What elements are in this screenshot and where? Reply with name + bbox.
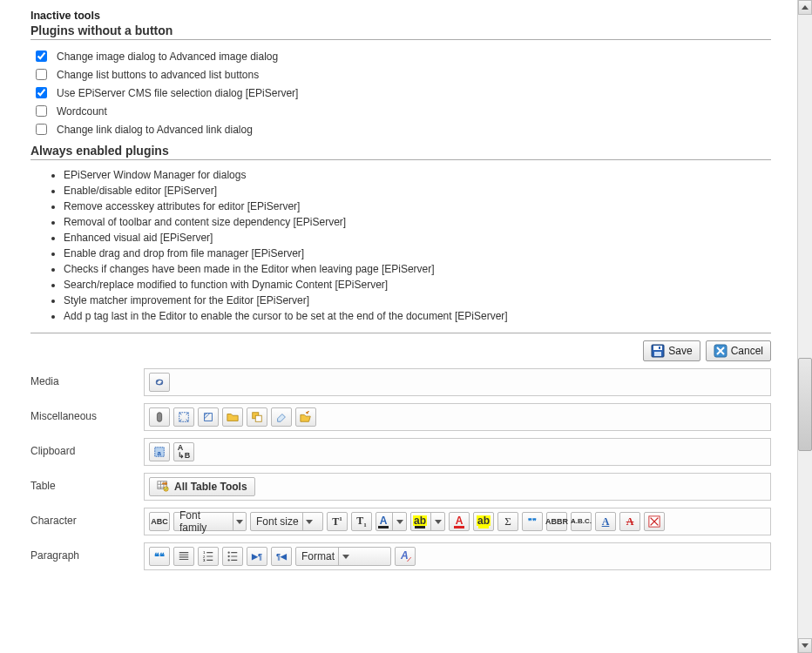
plugin-checkbox[interactable] [36,105,47,117]
all-table-tools-button[interactable]: All Table Tools [149,477,255,496]
scroll-up-button[interactable] [798,0,812,15]
font-color-icon[interactable]: A [449,512,470,531]
list-item: Search/replace modified to function with… [64,277,771,293]
insert-template-icon[interactable] [198,407,219,427]
list-item: Add p tag last in the Editor to enable t… [64,308,771,324]
save-button-label: Save [668,345,692,357]
acronym-icon[interactable]: A.B.C. [571,512,592,531]
svg-point-19 [227,555,229,557]
plugin-checkbox-label: Use EPiServer CMS file selection dialog … [57,87,298,99]
replace-icon[interactable]: A↳B [173,442,194,461]
svg-point-18 [227,551,229,553]
all-table-tools-label: All Table Tools [174,481,247,493]
font-color-dropdown[interactable]: A [376,512,407,531]
subscript-icon[interactable]: T1 [351,512,372,531]
plugin-checkbox[interactable] [36,87,47,98]
cancel-button-label: Cancel [731,345,763,357]
list-item: Style matcher improvement for the Editor… [64,293,771,308]
plugins-without-button-heading: Plugins without a button [30,24,771,40]
font-family-dropdown[interactable]: Font family [173,512,247,531]
list-item: Removal of toolbar and content size depe… [64,214,771,230]
always-enabled-list: EPiServer Window Manager for dialogs Ena… [30,167,771,324]
table-label: Table [30,473,144,492]
format-dropdown[interactable]: Format [295,547,391,566]
abc-strikethrough-icon[interactable]: ABC [149,512,170,531]
abbr-icon[interactable]: ABBR [546,512,567,531]
clipboard-row: Clipboard a A↳B [30,438,771,466]
superscript-icon[interactable]: T1 [327,512,348,531]
table-row: Table All Table Tools [30,473,771,501]
cancel-icon [714,344,727,358]
list-numbered-icon[interactable]: 123 [198,547,219,566]
plugin-checkbox-row: Change link dialog to Advanced link dial… [32,120,771,138]
plugin-checkbox-row: Wordcount [32,102,771,120]
chevron-down-icon [338,548,352,565]
plugin-checkbox-label: Change list buttons to advanced list but… [57,69,259,81]
blockquote-icon[interactable]: ❝❝ [149,547,170,566]
always-enabled-heading: Always enabled plugins [30,144,771,160]
paragraph-box: ❝❝ 123 ▶¶ ¶◀ Format A⁄ [144,542,771,570]
folder-icon[interactable] [222,407,243,427]
vertical-scrollbar[interactable] [797,0,812,588]
ltr-icon[interactable]: ▶¶ [247,547,267,566]
button-bar: Save Cancel [30,333,771,361]
remove-format-icon[interactable]: A⁄ [395,547,416,566]
fullscreen-icon[interactable] [173,407,194,427]
deleted-text-icon[interactable]: A [619,512,640,531]
chevron-down-icon [430,513,444,530]
plugin-checkbox-row: Change list buttons to advanced list but… [32,65,771,84]
cite-icon[interactable]: ❞❞ [522,512,543,531]
table-box: All Table Tools [144,473,771,501]
rtl-icon[interactable]: ¶◀ [271,547,292,566]
svg-rect-1 [653,346,662,350]
justify-icon[interactable] [173,547,194,566]
list-item: Checks if changes have been made in the … [64,261,771,277]
cancel-button[interactable]: Cancel [706,340,771,361]
plugin-checkbox-row: Change image dialog to Advanced image di… [32,47,771,65]
svg-rect-5 [157,413,161,422]
unknown-action-icon[interactable] [644,512,665,531]
eraser-icon[interactable] [271,407,292,427]
open-folder-icon[interactable] [295,407,316,427]
special-char-icon[interactable]: Σ [497,512,518,531]
layers-icon[interactable] [247,407,267,427]
list-item: Remove accesskey attributes for editor [… [64,199,771,214]
media-box [144,368,771,396]
plugin-checkbox[interactable] [36,50,47,62]
character-row: Character ABC Font family Font size T1 T… [30,508,771,535]
highlight-color-dropdown[interactable]: ab [410,512,445,531]
scroll-thumb[interactable] [798,358,812,451]
list-item: Enhanced visual aid [EPiServer] [64,230,771,246]
svg-rect-3 [659,347,660,349]
list-item: Enable drag and drop from file manager [… [64,246,771,261]
plugin-checkbox-row: Use EPiServer CMS file selection dialog … [32,84,771,102]
highlight-icon: ab [413,515,427,528]
link-icon[interactable] [149,373,170,392]
select-all-icon[interactable]: a [149,442,170,461]
chevron-down-icon [233,513,246,530]
save-button[interactable]: Save [643,340,700,361]
paragraph-label: Paragraph [30,542,144,562]
list-bullet-icon[interactable] [222,547,243,566]
svg-text:a: a [157,449,161,457]
font-size-dropdown[interactable]: Font size [250,512,323,531]
svg-point-20 [227,559,229,561]
save-icon [651,344,665,358]
media-label: Media [30,368,144,387]
font-color-icon: A [378,515,389,528]
plugin-checkbox[interactable] [36,69,47,80]
plugin-checkbox[interactable] [36,124,47,135]
miscellaneous-box [144,403,771,431]
list-item: EPiServer Window Manager for dialogs [64,167,771,183]
plugin-checkbox-label: Wordcount [57,105,107,118]
scroll-track[interactable] [798,15,812,588]
character-box: ABC Font family Font size T1 T1 A ab A [144,508,771,535]
format-label: Format [301,550,335,562]
insert-char-icon[interactable]: A [595,512,616,531]
paragraph-row: Paragraph ❝❝ 123 ▶¶ ¶◀ Format A⁄ [30,542,771,570]
clipboard-box: a A↳B [144,438,771,466]
attachment-icon[interactable] [149,407,170,427]
plugin-checkbox-label: Change link dialog to Advanced link dial… [57,124,253,136]
miscellaneous-row: Miscellaneous [30,403,771,431]
highlight-icon[interactable]: ab [473,512,494,531]
